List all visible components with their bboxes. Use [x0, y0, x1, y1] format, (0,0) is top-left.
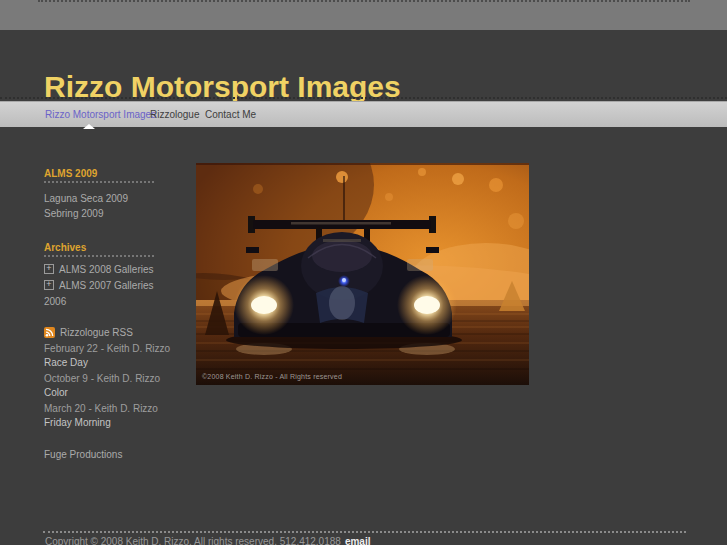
sidebar-link-laguna-seca-2009[interactable]: Laguna Seca 2009: [44, 193, 128, 204]
post-link-color[interactable]: Color: [44, 387, 68, 398]
post-date: March 20 - Keith D. Rizzo: [44, 403, 158, 414]
post-date: October 9 - Keith D. Rizzo: [44, 373, 160, 384]
copyright-text: Copyright © 2008 Keith D. Rizzo. All rig…: [45, 536, 341, 545]
post-date: February 22 - Keith D. Rizzo: [44, 343, 170, 354]
nav-item-rizzologue[interactable]: Rizzologue: [150, 102, 199, 127]
footer-copyright: Copyright © 2008 Keith D. Rizzo. All rig…: [45, 536, 370, 545]
race-car-photo: [196, 163, 529, 385]
nav-item-contact-me[interactable]: Contact Me: [205, 102, 256, 127]
sidebar-heading-archives: Archives: [44, 242, 86, 253]
sidebar-heading-alms-2009: ALMS 2009: [44, 168, 97, 179]
sidebar-link-sebring-2009[interactable]: Sebring 2009: [44, 208, 104, 219]
nav-item-rizzo-motorsport-images[interactable]: Rizzo Motorsport Images: [45, 102, 156, 127]
active-tab-arrow: [83, 124, 95, 129]
main-nav: Rizzo Motorsport Images Rizzologue Conta…: [0, 101, 727, 127]
expand-plus-icon[interactable]: [44, 264, 54, 274]
email-link[interactable]: email: [345, 536, 371, 545]
sidebar-divider: [44, 255, 154, 257]
rss-icon: [44, 327, 55, 340]
post-link-friday-morning[interactable]: Friday Morning: [44, 417, 111, 428]
photo-watermark: ©2008 Keith D. Rizzo - All Rights reserv…: [202, 373, 342, 380]
archive-item-2006[interactable]: 2006: [44, 296, 66, 307]
gallery-photo[interactable]: ©2008 Keith D. Rizzo - All Rights reserv…: [196, 163, 529, 385]
expand-plus-icon[interactable]: [44, 280, 54, 290]
rss-link-label[interactable]: Rizzologue RSS: [60, 327, 133, 338]
header-dotted-divider: [0, 97, 727, 99]
top-dotted-divider: [38, 0, 690, 2]
archive-item-label[interactable]: ALMS 2008 Galleries: [59, 264, 154, 275]
sidebar-link-fuge-productions[interactable]: Fuge Productions: [44, 449, 122, 460]
post-link-race-day[interactable]: Race Day: [44, 357, 88, 368]
archive-item-alms-2008[interactable]: ALMS 2008 Galleries: [44, 264, 154, 275]
footer-dotted-divider: [43, 531, 686, 533]
rss-link-row[interactable]: Rizzologue RSS: [44, 327, 133, 340]
sidebar-divider: [44, 181, 154, 183]
archive-item-alms-2007[interactable]: ALMS 2007 Galleries: [44, 280, 154, 291]
archive-item-label[interactable]: ALMS 2007 Galleries: [59, 280, 154, 291]
